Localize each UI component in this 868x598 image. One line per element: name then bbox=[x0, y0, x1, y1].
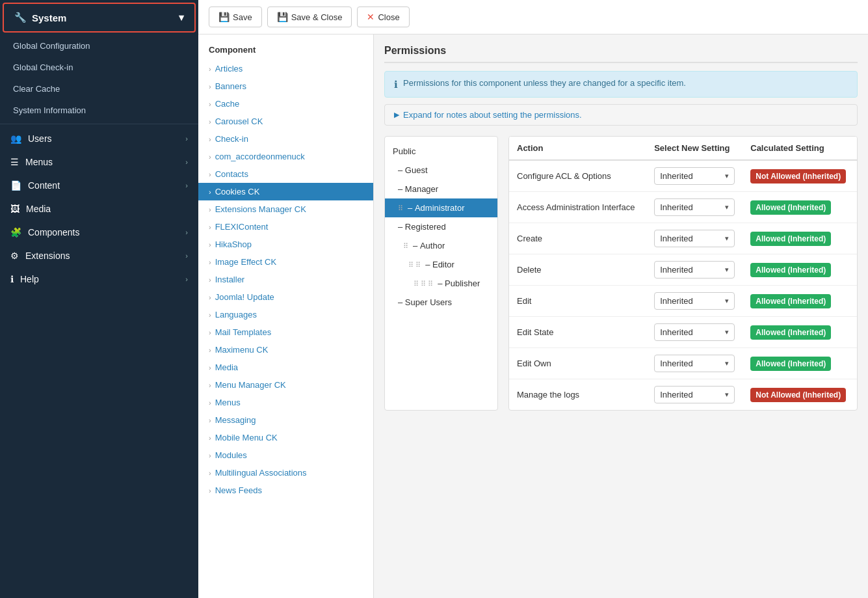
perm-select-edit-own[interactable]: Inherited ▾ bbox=[646, 348, 743, 379]
main-area: 💾 Save 💾 Save & Close ✕ Close Component … bbox=[198, 0, 868, 598]
user-group-item-super-users[interactable]: – Super Users bbox=[385, 293, 497, 312]
dropdown-arrow-edit-state: ▾ bbox=[725, 328, 729, 336]
sidebar-divider-1 bbox=[0, 124, 198, 124]
calc-badge-edit: Allowed (Inherited) bbox=[750, 294, 831, 308]
component-item-modules[interactable]: ›Modules bbox=[198, 446, 373, 464]
user-group-item-registered[interactable]: – Registered bbox=[385, 217, 497, 236]
component-item-menus[interactable]: ›Menus bbox=[198, 394, 373, 411]
permissions-panel: Permissions ℹ Permissions for this compo… bbox=[374, 34, 868, 598]
component-item-carousel-ck[interactable]: ›Carousel CK bbox=[198, 113, 373, 130]
user-group-item-public[interactable]: Public bbox=[385, 142, 497, 161]
perm-select-edit-state[interactable]: Inherited ▾ bbox=[646, 317, 743, 348]
perm-select-delete[interactable]: Inherited ▾ bbox=[646, 254, 743, 286]
component-item-maximenu-ck[interactable]: ›Maximenu CK bbox=[198, 341, 373, 359]
component-panel: Component ›Articles›Banners›Cache›Carous… bbox=[198, 34, 374, 598]
select-dropdown-manage-logs[interactable]: Inherited ▾ bbox=[654, 386, 735, 403]
component-item-news-feeds[interactable]: ›News Feeds bbox=[198, 482, 373, 499]
info-icon: ℹ bbox=[394, 79, 398, 90]
sidebar-item-global-checkin[interactable]: Global Check-in bbox=[0, 57, 198, 78]
sidebar-menus-label: Menus bbox=[25, 157, 53, 167]
user-group-label: Public bbox=[393, 146, 415, 156]
calc-badge-configure-acl: Not Allowed (Inherited) bbox=[750, 169, 846, 183]
perm-select-edit[interactable]: Inherited ▾ bbox=[646, 286, 743, 317]
sidebar-users-label: Users bbox=[28, 133, 52, 144]
component-item-messaging[interactable]: ›Messaging bbox=[198, 411, 373, 429]
close-button[interactable]: ✕ Close bbox=[357, 7, 409, 27]
component-item-image-effect-ck[interactable]: ›Image Effect CK bbox=[198, 253, 373, 271]
perm-calc-access-admin: Allowed (Inherited) bbox=[743, 192, 857, 223]
perm-calc-configure-acl: Not Allowed (Inherited) bbox=[743, 160, 857, 192]
component-item-media[interactable]: ›Media bbox=[198, 359, 373, 376]
col-calculated: Calculated Setting bbox=[743, 137, 857, 160]
user-group-item-editor[interactable]: ⠿ ⠿ – Editor bbox=[385, 255, 497, 274]
component-item-languages[interactable]: ›Languages bbox=[198, 306, 373, 323]
user-groups-list: Public– Guest– Manager⠿ – Administrator–… bbox=[385, 142, 497, 312]
chevron-icon: › bbox=[209, 188, 211, 196]
select-dropdown-delete[interactable]: Inherited ▾ bbox=[654, 261, 735, 279]
sidebar-help-label: Help bbox=[20, 274, 39, 284]
select-value-edit-state: Inherited bbox=[660, 327, 693, 337]
content-area: Component ›Articles›Banners›Cache›Carous… bbox=[198, 34, 868, 598]
component-item-hikashop[interactable]: ›HikaShop bbox=[198, 236, 373, 253]
sidebar-item-users[interactable]: 👥 Users › bbox=[0, 127, 198, 150]
perm-select-create[interactable]: Inherited ▾ bbox=[646, 223, 743, 254]
sidebar-item-system-information[interactable]: System Information bbox=[0, 100, 198, 121]
chevron-icon: › bbox=[209, 399, 211, 407]
sidebar-item-menus[interactable]: ☰ Menus › bbox=[0, 150, 198, 174]
perm-select-manage-logs[interactable]: Inherited ▾ bbox=[646, 379, 743, 411]
user-group-item-publisher[interactable]: ⠿ ⠿ ⠿ – Publisher bbox=[385, 274, 497, 293]
sidebar-item-components[interactable]: 🧩 Components › bbox=[0, 221, 198, 244]
component-item-mail-templates[interactable]: ›Mail Templates bbox=[198, 323, 373, 341]
chevron-icon: › bbox=[209, 170, 211, 178]
permissions-main: Public– Guest– Manager⠿ – Administrator–… bbox=[384, 136, 858, 411]
perm-select-configure-acl[interactable]: Inherited ▾ bbox=[646, 160, 743, 192]
sidebar: 🔧 System ▾ Global Configuration Global C… bbox=[0, 0, 198, 598]
sidebar-item-clear-cache[interactable]: Clear Cache bbox=[0, 78, 198, 100]
select-dropdown-configure-acl[interactable]: Inherited ▾ bbox=[654, 167, 735, 185]
sidebar-system-header[interactable]: 🔧 System ▾ bbox=[3, 3, 196, 33]
user-group-item-administrator[interactable]: ⠿ – Administrator bbox=[385, 198, 497, 217]
component-item-cookies-ck[interactable]: ›Cookies CK bbox=[198, 183, 373, 200]
component-item-cache[interactable]: ›Cache bbox=[198, 95, 373, 113]
component-item-mobile-menu-ck[interactable]: ›Mobile Menu CK bbox=[198, 429, 373, 446]
component-item-label: Mobile Menu CK bbox=[215, 433, 278, 442]
save-close-button[interactable]: 💾 Save & Close bbox=[267, 7, 352, 27]
chevron-icon: › bbox=[209, 346, 211, 354]
component-item-banners[interactable]: ›Banners bbox=[198, 77, 373, 95]
select-dropdown-create[interactable]: Inherited ▾ bbox=[654, 230, 735, 247]
component-item-installer[interactable]: ›Installer bbox=[198, 271, 373, 288]
perm-select-access-admin[interactable]: Inherited ▾ bbox=[646, 192, 743, 223]
sidebar-item-extensions[interactable]: ⚙ Extensions › bbox=[0, 244, 198, 267]
permissions-expand[interactable]: ▶ Expand for notes about setting the per… bbox=[384, 104, 858, 126]
chevron-icon: › bbox=[209, 118, 211, 126]
component-item-menu-manager-ck[interactable]: ›Menu Manager CK bbox=[198, 376, 373, 394]
select-dropdown-edit[interactable]: Inherited ▾ bbox=[654, 292, 735, 310]
user-group-item-manager[interactable]: – Manager bbox=[385, 180, 497, 198]
select-dropdown-edit-state[interactable]: Inherited ▾ bbox=[654, 323, 735, 341]
user-group-item-author[interactable]: ⠿ – Author bbox=[385, 236, 497, 255]
permissions-expand-text: Expand for notes about setting the permi… bbox=[403, 110, 582, 120]
component-item-articles[interactable]: ›Articles bbox=[198, 60, 373, 77]
select-dropdown-edit-own[interactable]: Inherited ▾ bbox=[654, 355, 735, 372]
component-item-flexicontent[interactable]: ›FLEXIContent bbox=[198, 218, 373, 236]
component-item-com-accordeonmenuck[interactable]: ›com_accordeonmenuck bbox=[198, 148, 373, 165]
component-item-contacts[interactable]: ›Contacts bbox=[198, 165, 373, 183]
user-group-item-guest[interactable]: – Guest bbox=[385, 161, 497, 180]
perm-action-access-admin: Access Administration Interface bbox=[509, 192, 646, 223]
dropdown-arrow-manage-logs: ▾ bbox=[725, 390, 729, 399]
sidebar-item-media[interactable]: 🖼 Media bbox=[0, 197, 198, 221]
save-button[interactable]: 💾 Save bbox=[209, 7, 262, 27]
sidebar-item-global-configuration[interactable]: Global Configuration bbox=[0, 35, 198, 57]
calc-badge-create: Allowed (Inherited) bbox=[750, 232, 831, 246]
select-dropdown-access-admin[interactable]: Inherited ▾ bbox=[654, 198, 735, 216]
permissions-title: Permissions bbox=[384, 45, 858, 63]
component-item-check-in[interactable]: ›Check-in bbox=[198, 130, 373, 148]
component-item-multilingual-associations[interactable]: ›Multilingual Associations bbox=[198, 464, 373, 482]
component-item-extensions-manager-ck[interactable]: ›Extensions Manager CK bbox=[198, 200, 373, 218]
chevron-icon: › bbox=[209, 241, 211, 249]
sidebar-item-help[interactable]: ℹ Help › bbox=[0, 267, 198, 291]
save-close-icon: 💾 bbox=[277, 12, 288, 22]
chevron-icon: › bbox=[209, 434, 211, 442]
sidebar-item-content[interactable]: 📄 Content › bbox=[0, 174, 198, 197]
component-item-joomla-update[interactable]: ›Joomla! Update bbox=[198, 288, 373, 306]
